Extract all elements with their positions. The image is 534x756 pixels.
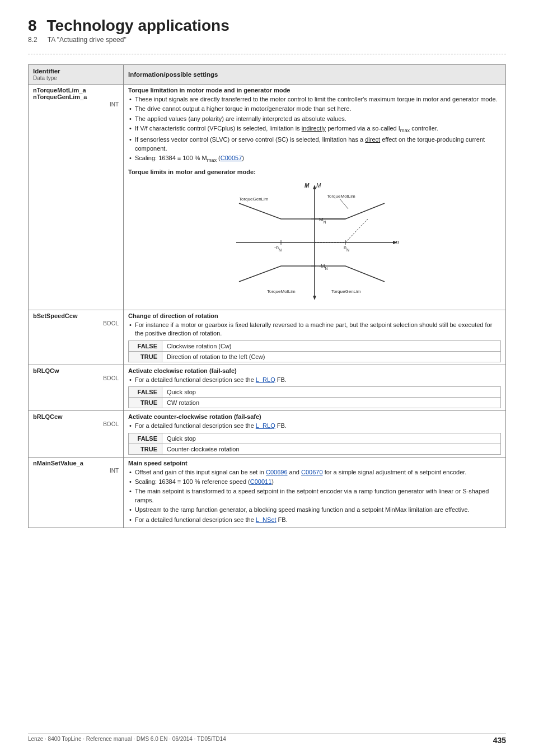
bool-desc: Quick stop (162, 433, 501, 444)
table-row: TRUE CW rotation (129, 398, 501, 408)
table-row: TRUE Counter-clockwise rotation (129, 444, 501, 454)
bool-desc: Quick stop (162, 387, 501, 398)
bool-desc: Counter-clockwise rotation (162, 444, 501, 454)
link-c00011[interactable]: C00011 (250, 478, 272, 485)
bool-value: TRUE (129, 351, 162, 362)
svg-text:n: n (396, 239, 399, 245)
svg-text:-nN: -nN (274, 245, 282, 252)
col-header-identifier: Identifier Data type (29, 65, 124, 85)
bool-value: FALSE (129, 340, 162, 351)
link-l-rlq-1[interactable]: L_RLQ (256, 376, 275, 383)
svg-text:-MN: -MN (319, 263, 328, 270)
svg-text:TorqueMotLim: TorqueMotLim (267, 289, 296, 294)
chapter-number: 8 (28, 17, 37, 35)
footer-left: Lenze · 8400 TopLine · Reference manual … (28, 736, 226, 745)
svg-text:TorqueGenLim: TorqueGenLim (331, 289, 361, 294)
svg-marker-4 (313, 296, 316, 300)
bool-value: FALSE (129, 433, 162, 444)
main-table: Identifier Data type Information/possibl… (28, 64, 506, 528)
link-c00670[interactable]: C00670 (301, 469, 323, 475)
identifier-cell: nMainSetValue_a INT (29, 457, 124, 528)
link-c00057[interactable]: C00057 (221, 155, 242, 161)
subchapter-number: 8.2 (28, 36, 38, 44)
bool-desc: CW rotation (162, 398, 501, 408)
info-cell: Change of direction of rotation For inst… (124, 310, 506, 365)
svg-text:M: M (305, 183, 310, 189)
table-row: FALSE Clockwise rotation (Cw) (129, 340, 501, 351)
footer: Lenze · 8400 TopLine · Reference manual … (28, 733, 506, 745)
link-c00696[interactable]: C00696 (266, 469, 288, 475)
bool-value: FALSE (129, 387, 162, 398)
bool-table: FALSE Clockwise rotation (Cw) TRUE Direc… (128, 340, 501, 362)
svg-text:TorqueGenLim: TorqueGenLim (239, 197, 269, 202)
identifier-cell: bSetSpeedCcw BOOL (29, 310, 124, 365)
table-row: nTorqueMotLim_anTorqueGenLim_a INT Torqu… (29, 85, 506, 310)
identifier-cell: bRLQCcw BOOL (29, 411, 124, 457)
svg-line-18 (340, 199, 348, 209)
chapter-text: Technology applications (47, 17, 229, 35)
info-cell: Main speed setpoint Offset and gain of t… (124, 457, 506, 528)
footer-page: 435 (493, 736, 506, 745)
torque-diagram-svg: n M nN -nN MN (219, 181, 410, 304)
table-row: TRUE Direction of rotation to the left (… (129, 351, 501, 362)
identifier-cell: nTorqueMotLim_anTorqueGenLim_a INT (29, 85, 124, 310)
bool-desc: Clockwise rotation (Cw) (162, 340, 501, 351)
info-cell: Activate counter-clockwise rotation (fai… (124, 411, 506, 457)
svg-text:MN: MN (319, 217, 326, 224)
table-row: bRLQCw BOOL Activate clockwise rotation … (29, 365, 506, 410)
bool-value: TRUE (129, 398, 162, 408)
subchapter-text: TA "Actuating drive speed" (48, 36, 127, 44)
link-l-rlq-2[interactable]: L_RLQ (256, 422, 275, 429)
header: 8 Technology applications 8.2 TA "Actuat… (28, 17, 506, 44)
table-row: nMainSetValue_a INT Main speed setpoint … (29, 457, 506, 528)
page: 8 Technology applications 8.2 TA "Actuat… (0, 0, 534, 756)
svg-text:nN: nN (344, 245, 349, 252)
bool-desc: Direction of rotation to the left (Ccw) (162, 351, 501, 362)
bool-value: TRUE (129, 444, 162, 454)
divider (28, 54, 506, 54)
chapter-title: 8 Technology applications (28, 17, 506, 35)
table-row: bSetSpeedCcw BOOL Change of direction of… (29, 310, 506, 365)
link-l-nset[interactable]: L_NSet (256, 516, 277, 523)
table-row: FALSE Quick stop (129, 433, 501, 444)
info-cell: Activate clockwise rotation (fail-safe) … (124, 365, 506, 410)
bool-table: FALSE Quick stop TRUE Counter-clockwise … (128, 433, 501, 455)
table-row: FALSE Quick stop (129, 387, 501, 398)
subchapter: 8.2 TA "Actuating drive speed" (28, 36, 506, 44)
identifier-cell: bRLQCw BOOL (29, 365, 124, 410)
torque-diagram: n M nN -nN MN (128, 181, 501, 304)
table-row: bRLQCcw BOOL Activate counter-clockwise … (29, 411, 506, 457)
bool-table: FALSE Quick stop TRUE CW rotation (128, 386, 501, 408)
svg-text:TorqueMotLim: TorqueMotLim (327, 194, 355, 199)
col-header-info: Information/possible settings (124, 65, 506, 85)
info-cell: Torque limitation in motor mode and in g… (124, 85, 506, 310)
svg-text:M: M (316, 183, 321, 189)
